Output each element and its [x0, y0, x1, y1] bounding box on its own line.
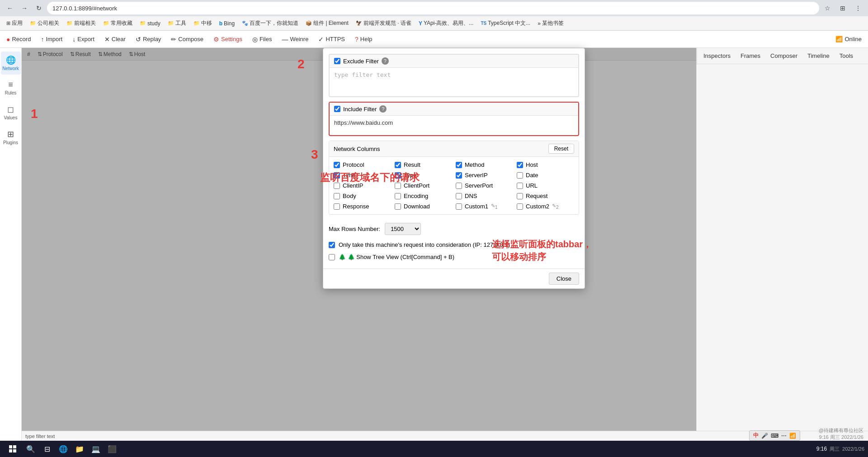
tree-view-label[interactable]: 🌲 🌲 Show Tree View (Ctrl[Command] + B) — [339, 254, 454, 260]
only-machine-checkbox[interactable] — [329, 242, 335, 248]
col-dns-checkbox[interactable] — [456, 193, 462, 199]
bookmark-study[interactable]: 📁 study — [137, 19, 163, 28]
vscode-taskbar-button[interactable]: 💻 — [89, 442, 103, 456]
col-download-checkbox[interactable] — [395, 203, 401, 210]
reload-button[interactable]: ↻ — [33, 2, 45, 14]
bookmark-bing[interactable]: b Bing — [217, 19, 237, 28]
col-url-checkbox[interactable] — [517, 183, 523, 189]
exclude-filter-label[interactable]: Exclude Filter — [343, 58, 379, 65]
col-date-label[interactable]: Date — [526, 172, 538, 179]
only-machine-label[interactable]: Only take this machine's request into co… — [339, 241, 510, 248]
bookmark-star-button[interactable]: ☆ — [821, 2, 834, 14]
max-rows-select[interactable]: 500 1000 1500 2000 5000 — [385, 223, 421, 235]
files-button[interactable]: ◎ Files — [248, 34, 276, 45]
bookmark-frontend[interactable]: 📁 前端相关 — [64, 19, 99, 28]
clear-button[interactable]: ✕ Clear — [100, 34, 130, 45]
col-url-label[interactable]: URL — [526, 182, 538, 189]
col-encoding-label[interactable]: Encoding — [404, 193, 428, 199]
col-method-checkbox[interactable] — [456, 162, 462, 168]
bookmark-apps[interactable]: ⊞ 应用 — [4, 19, 25, 28]
bookmark-common[interactable]: 📁 常用收藏 — [100, 19, 135, 28]
col-host-checkbox[interactable] — [517, 162, 523, 168]
col-body-checkbox[interactable] — [334, 193, 340, 199]
include-filter-checkbox[interactable] — [334, 106, 340, 112]
include-help-icon[interactable]: ? — [379, 105, 387, 113]
col-result-checkbox[interactable] — [395, 162, 401, 168]
col-encoding-checkbox[interactable] — [395, 193, 401, 199]
bookmark-zhongyi[interactable]: 📁 中移 — [191, 19, 215, 28]
custom2-edit-icon[interactable]: ✎2 — [552, 203, 559, 210]
col-serverport-label[interactable]: ServerPort — [465, 182, 493, 189]
col-type-label[interactable]: Type — [404, 172, 416, 179]
col-download-label[interactable]: Download — [404, 203, 430, 210]
help-button[interactable]: ? Help — [350, 34, 377, 45]
col-host-label[interactable]: Host — [526, 161, 538, 168]
col-result-label[interactable]: Result — [404, 161, 420, 168]
exclude-filter-checkbox[interactable] — [334, 58, 340, 64]
https-button[interactable]: ✓ HTTPS — [314, 34, 349, 45]
col-clientip-checkbox[interactable] — [334, 183, 340, 189]
col-protocol-checkbox[interactable] — [334, 162, 340, 168]
sidebar-item-network[interactable]: 🌐 Network — [1, 52, 21, 75]
bookmark-company[interactable]: 📁 公司相关 — [27, 19, 62, 28]
col-clientip-label[interactable]: ClientIP — [343, 182, 363, 189]
bookmark-tools[interactable]: 📁 工具 — [165, 19, 189, 28]
col-time-label[interactable]: Time — [343, 172, 355, 179]
exclude-help-icon[interactable]: ? — [382, 57, 389, 65]
sidebar-item-rules[interactable]: ≡ Rules — [1, 76, 21, 99]
tab-inspectors[interactable]: Inspectors — [699, 51, 735, 61]
col-request-checkbox[interactable] — [517, 193, 523, 199]
col-response-label[interactable]: Response — [343, 203, 369, 210]
online-button[interactable]: 📶 Online — [831, 34, 866, 44]
col-protocol-label[interactable]: Protocol — [343, 161, 364, 168]
col-custom2-label[interactable]: Custom2 — [526, 203, 549, 210]
modal-close-button[interactable]: Close — [549, 273, 579, 285]
col-clientport-label[interactable]: ClientPort — [404, 182, 429, 189]
col-method-label[interactable]: Method — [465, 161, 484, 168]
col-custom2-checkbox[interactable] — [517, 203, 523, 210]
address-bar[interactable] — [47, 2, 819, 14]
explorer-taskbar-button[interactable]: 📁 — [72, 442, 87, 456]
bookmark-yapi[interactable]: Y YApi-高效、易用、... — [416, 19, 476, 28]
include-filter-label[interactable]: Include Filter — [343, 106, 377, 113]
tab-tools[interactable]: Tools — [835, 51, 858, 61]
col-clientport-checkbox[interactable] — [395, 183, 401, 189]
settings-button[interactable]: ⚙ Settings — [209, 34, 247, 45]
back-button[interactable]: ← — [4, 2, 16, 14]
start-button[interactable] — [4, 441, 22, 457]
col-serverip-label[interactable]: ServerIP — [465, 172, 488, 179]
bookmark-yuque[interactable]: 🦅 前端开发规范 · 语雀 — [353, 19, 414, 28]
search-taskbar-button[interactable]: 🔍 — [24, 442, 38, 456]
col-response-checkbox[interactable] — [334, 203, 340, 210]
reset-columns-button[interactable]: Reset — [548, 144, 574, 154]
col-custom1-checkbox[interactable] — [456, 203, 462, 210]
col-custom1-label[interactable]: Custom1 — [465, 203, 488, 210]
exclude-filter-input[interactable] — [330, 68, 578, 95]
sidebar-item-values[interactable]: ◻ Values — [1, 101, 21, 124]
tab-timeline[interactable]: Timeline — [803, 51, 834, 61]
bookmark-more[interactable]: » 某他书签 — [535, 19, 566, 28]
replay-button[interactable]: ↺ Replay — [131, 34, 165, 45]
col-dns-label[interactable]: DNS — [465, 193, 477, 199]
tab-frames[interactable]: Frames — [736, 51, 765, 61]
bookmark-baidu[interactable]: 🐾 百度一下，你就知道 — [239, 19, 301, 28]
col-type-checkbox[interactable] — [395, 172, 401, 179]
compose-button[interactable]: ✏ Compose — [166, 34, 208, 45]
col-request-label[interactable]: Request — [526, 193, 547, 199]
taskview-button[interactable]: ⊟ — [40, 442, 54, 456]
col-date-checkbox[interactable] — [517, 172, 523, 179]
record-button[interactable]: ● Record — [2, 34, 35, 45]
terminal-taskbar-button[interactable]: ⬛ — [105, 442, 119, 456]
bookmark-typescript[interactable]: TS TypeScript 中文... — [478, 19, 533, 28]
forward-button[interactable]: → — [18, 2, 31, 14]
menu-button[interactable]: ⋮ — [852, 2, 864, 14]
import-button[interactable]: ↑ Import — [36, 34, 67, 45]
export-button[interactable]: ↓ Export — [68, 34, 99, 45]
bookmark-element[interactable]: 📦 组件 | Element — [303, 19, 351, 28]
tab-composer[interactable]: Composer — [766, 51, 802, 61]
col-serverip-checkbox[interactable] — [456, 172, 462, 179]
chrome-taskbar-button[interactable]: 🌐 — [56, 442, 71, 456]
col-body-label[interactable]: Body — [343, 193, 356, 199]
extensions-button[interactable]: ⊞ — [836, 2, 849, 14]
weinre-button[interactable]: — Weinre — [277, 34, 313, 45]
